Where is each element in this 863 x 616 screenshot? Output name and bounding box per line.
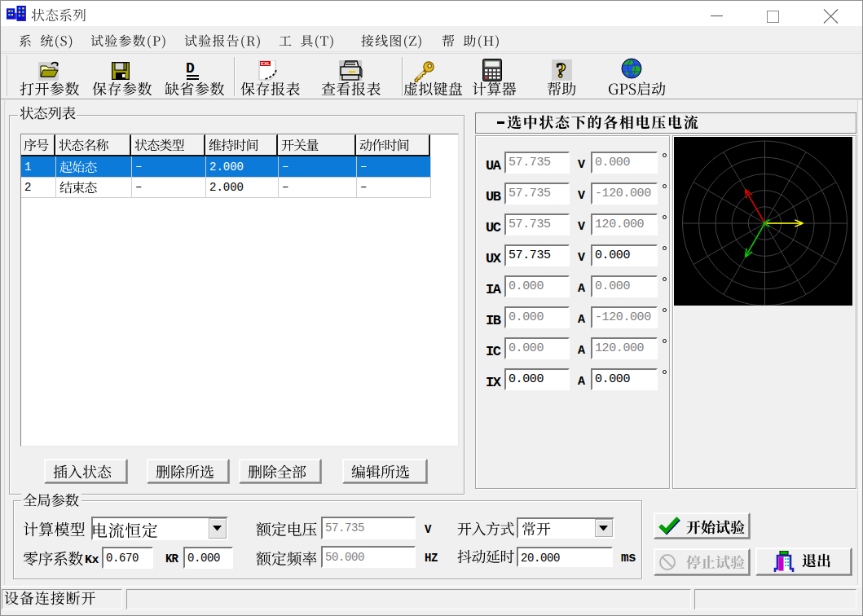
- svg-text:EXL: EXL: [261, 61, 271, 66]
- svg-text:?: ?: [556, 59, 566, 82]
